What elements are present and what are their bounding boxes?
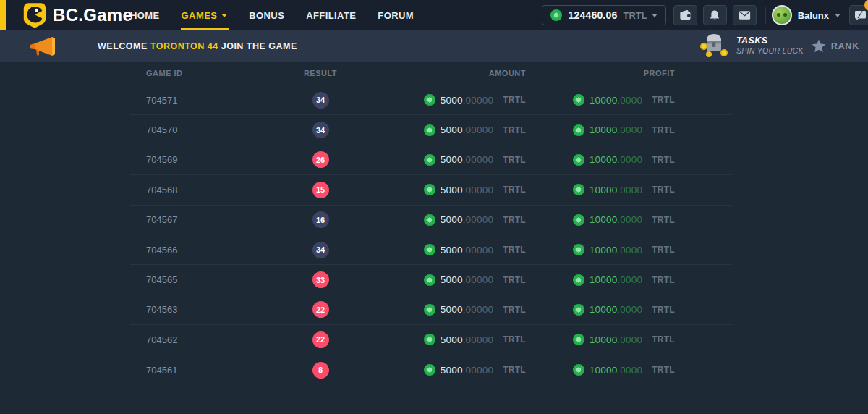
balance-widget[interactable]: 124460.06 TRTL bbox=[542, 5, 665, 25]
profit-currency: TRTL bbox=[652, 215, 675, 225]
profit-cell: 10000.0000 TRTL bbox=[526, 124, 675, 136]
site-logo[interactable]: BC.Game bbox=[23, 2, 132, 28]
profit-integer: 10000 bbox=[590, 95, 618, 106]
nav-item-forum[interactable]: FORUM bbox=[378, 0, 414, 30]
tasks-shortcut[interactable]: TASKS SPIN YOUR LUCK bbox=[699, 33, 804, 58]
amount-integer: 5000 bbox=[441, 124, 463, 135]
profit-cell: 10000.0000 TRTL bbox=[526, 244, 675, 255]
nav-item-label: GAMES bbox=[182, 10, 218, 21]
profit-integer: 10000 bbox=[590, 245, 618, 255]
currency-select[interactable]: TRTL bbox=[623, 10, 657, 21]
table-row[interactable]: 704568 15 5000.00000 TRTL bbox=[130, 175, 732, 205]
profit-currency: TRTL bbox=[652, 95, 675, 105]
trtl-coin-icon bbox=[424, 214, 435, 226]
amount-decimals: .00000 bbox=[463, 334, 494, 345]
amount-currency: TRTL bbox=[503, 125, 526, 135]
rank-shortcut[interactable]: RANK bbox=[812, 30, 859, 62]
amount-integer: 5000 bbox=[441, 214, 463, 225]
amount-decimals: .00000 bbox=[463, 185, 494, 195]
nav-item-games[interactable]: GAMES bbox=[182, 0, 228, 30]
profit-cell: 10000.0000 TRTL bbox=[526, 334, 675, 345]
profit-integer: 10000 bbox=[590, 334, 618, 345]
result-badge: 34 bbox=[312, 92, 329, 109]
profit-integer: 10000 bbox=[590, 154, 618, 165]
nav-item-home[interactable]: HOME bbox=[130, 0, 160, 30]
profit-currency: TRTL bbox=[652, 275, 675, 285]
avatar bbox=[772, 5, 792, 25]
amount-integer: 5000 bbox=[441, 334, 463, 345]
table-row[interactable]: 704569 26 5000.00000 TRTL bbox=[130, 145, 732, 175]
game-id-cell: 704569 bbox=[130, 154, 299, 165]
column-header-result: RESULT bbox=[299, 69, 342, 77]
game-id-cell: 704561 bbox=[130, 365, 299, 376]
profit-integer: 10000 bbox=[590, 124, 618, 135]
bet-history-table: GAME ID RESULT AMOUNT PROFIT 704571 34 5… bbox=[130, 62, 732, 385]
column-header-profit: PROFIT bbox=[526, 69, 675, 77]
result-cell: 16 bbox=[299, 211, 342, 228]
profit-decimals: .0000 bbox=[617, 185, 642, 195]
table-row[interactable]: 704571 34 5000.00000 TRTL bbox=[130, 85, 732, 115]
welcome-message: WELCOME TORONTON 44 JOIN THE GAME bbox=[98, 41, 297, 51]
treasure-chest-icon bbox=[699, 33, 729, 58]
profit-integer: 10000 bbox=[590, 214, 618, 225]
trtl-coin-icon bbox=[424, 184, 435, 195]
welcome-suffix: JOIN THE GAME bbox=[221, 41, 297, 51]
star-icon bbox=[812, 39, 826, 53]
trtl-coin-icon bbox=[573, 364, 584, 376]
trtl-coin-icon bbox=[573, 244, 584, 255]
profit-currency: TRTL bbox=[652, 305, 675, 315]
table-header-row: GAME ID RESULT AMOUNT PROFIT bbox=[130, 62, 732, 85]
nav-item-affiliate[interactable]: AFFILIATE bbox=[306, 0, 356, 30]
table-row[interactable]: 704570 34 5000.00000 TRTL bbox=[130, 115, 732, 145]
balance-currency: TRTL bbox=[623, 10, 647, 21]
profit-integer: 10000 bbox=[590, 365, 618, 376]
table-row[interactable]: 704565 33 5000.00000 TRTL bbox=[130, 265, 732, 295]
profit-decimals: .0000 bbox=[617, 245, 642, 255]
wallet-button[interactable] bbox=[673, 5, 697, 25]
trtl-coin-icon bbox=[424, 334, 435, 345]
left-accent-strip bbox=[0, 0, 6, 30]
amount-decimals: .00000 bbox=[463, 154, 494, 165]
game-id-cell: 704567 bbox=[130, 214, 299, 225]
rank-label: RANK bbox=[831, 41, 859, 51]
amount-integer: 5000 bbox=[441, 274, 463, 285]
chat-button[interactable]: 10 bbox=[849, 5, 868, 25]
profit-decimals: .0000 bbox=[617, 274, 642, 285]
amount-cell: 5000.00000 TRTL bbox=[342, 304, 526, 316]
trtl-coin-icon bbox=[550, 9, 562, 21]
amount-cell: 5000.00000 TRTL bbox=[342, 334, 526, 345]
nav-item-label: AFFILIATE bbox=[306, 10, 356, 21]
amount-currency: TRTL bbox=[503, 334, 526, 345]
trtl-coin-icon bbox=[573, 274, 584, 286]
amount-decimals: .00000 bbox=[463, 304, 494, 315]
top-navigation-bar: BC.Game HOME GAMES BONUS AFFILIATE FORUM… bbox=[0, 0, 868, 30]
profit-decimals: .0000 bbox=[617, 304, 642, 315]
game-id-cell: 704571 bbox=[130, 95, 299, 106]
trtl-coin-icon bbox=[424, 244, 435, 255]
amount-currency: TRTL bbox=[503, 275, 526, 285]
table-row[interactable]: 704566 34 5000.00000 TRTL bbox=[130, 235, 732, 265]
table-row[interactable]: 704562 22 5000.00000 TRTL bbox=[130, 325, 732, 355]
result-badge: 34 bbox=[312, 242, 329, 258]
amount-decimals: .00000 bbox=[463, 214, 494, 225]
amount-integer: 5000 bbox=[441, 185, 463, 195]
profit-decimals: .0000 bbox=[617, 95, 642, 106]
user-menu[interactable]: Balunx bbox=[772, 5, 841, 25]
amount-currency: TRTL bbox=[503, 305, 526, 315]
messages-button[interactable] bbox=[733, 5, 757, 25]
trtl-coin-icon bbox=[424, 94, 435, 106]
amount-currency: TRTL bbox=[503, 215, 526, 225]
trtl-coin-icon bbox=[573, 94, 584, 106]
table-body: 704571 34 5000.00000 TRTL bbox=[130, 85, 732, 385]
game-id-cell: 704563 bbox=[130, 304, 299, 315]
table-row[interactable]: 704567 16 5000.00000 TRTL bbox=[130, 206, 732, 235]
amount-cell: 5000.00000 TRTL bbox=[342, 364, 526, 376]
amount-decimals: .00000 bbox=[463, 95, 494, 106]
amount-currency: TRTL bbox=[503, 155, 526, 165]
amount-integer: 5000 bbox=[441, 245, 463, 255]
nav-item-bonus[interactable]: BONUS bbox=[249, 0, 284, 30]
table-row[interactable]: 704561 8 5000.00000 TRTL bbox=[130, 355, 732, 385]
notifications-button[interactable] bbox=[703, 5, 727, 25]
table-row[interactable]: 704563 22 5000.00000 TRTL bbox=[130, 295, 732, 325]
amount-currency: TRTL bbox=[503, 365, 526, 375]
